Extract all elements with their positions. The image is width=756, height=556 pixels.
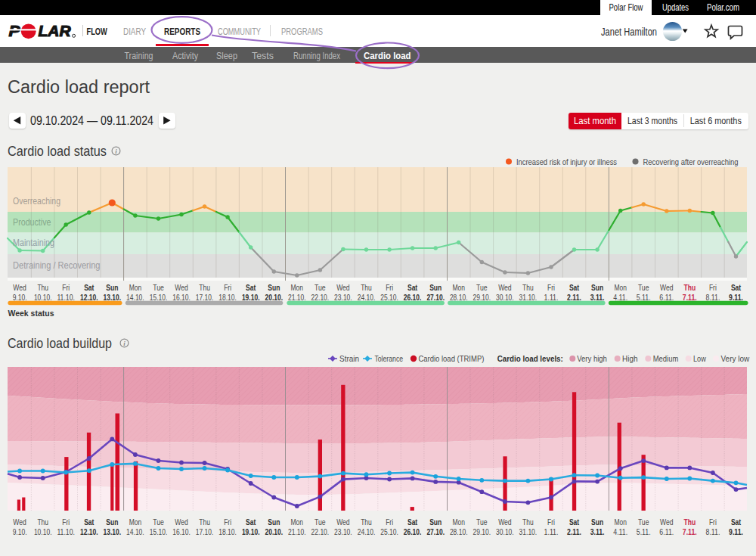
svg-text:17.10.: 17.10. — [196, 294, 214, 302]
svg-text:Tue: Tue — [153, 284, 164, 292]
svg-text:Mon: Mon — [129, 284, 142, 292]
svg-text:15.10.: 15.10. — [150, 528, 168, 536]
svg-text:Detraining / Recovering: Detraining / Recovering — [13, 259, 101, 271]
svg-text:Thu: Thu — [199, 518, 210, 526]
svg-text:Fri: Fri — [224, 518, 231, 526]
svg-text:12.10.: 12.10. — [80, 294, 98, 302]
svg-text:Low: Low — [693, 354, 706, 363]
svg-text:2.11.: 2.11. — [567, 528, 581, 536]
svg-text:Wed: Wed — [498, 284, 512, 292]
svg-text:25.10.: 25.10. — [380, 294, 398, 302]
svg-text:Fri: Fri — [709, 284, 717, 292]
svg-text:21.10.: 21.10. — [288, 294, 306, 302]
svg-text:10.10.: 10.10. — [34, 294, 52, 302]
svg-text:26.10.: 26.10. — [404, 528, 422, 536]
svg-text:14.10.: 14.10. — [126, 528, 144, 536]
svg-text:Fri: Fri — [386, 518, 393, 526]
svg-text:Wed: Wed — [660, 518, 674, 526]
svg-text:Thu: Thu — [361, 284, 372, 292]
svg-text:Sun: Sun — [268, 518, 280, 526]
svg-text:Sat: Sat — [246, 518, 256, 526]
svg-text:7.11.: 7.11. — [683, 294, 697, 302]
svg-text:11.10.: 11.10. — [57, 528, 75, 536]
svg-text:1.11.: 1.11. — [544, 528, 559, 536]
svg-text:Tue: Tue — [476, 518, 488, 526]
svg-text:17.10.: 17.10. — [196, 528, 214, 536]
svg-text:28.10.: 28.10. — [450, 294, 468, 302]
svg-text:Cardio load status: Cardio load status — [8, 143, 107, 159]
svg-text:19.10.: 19.10. — [242, 294, 260, 302]
svg-text:30.10.: 30.10. — [496, 528, 514, 536]
svg-text:Very low: Very low — [721, 354, 750, 363]
svg-text:Mon: Mon — [614, 284, 627, 292]
svg-text:Sun: Sun — [591, 284, 603, 292]
svg-text:Strain: Strain — [339, 354, 359, 363]
svg-text:Mon: Mon — [129, 518, 142, 526]
svg-text:Cardio load levels:: Cardio load levels: — [497, 354, 563, 363]
svg-text:15.10.: 15.10. — [150, 294, 168, 302]
svg-text:Cardio load report: Cardio load report — [8, 77, 150, 97]
svg-text:19.10.: 19.10. — [242, 528, 260, 536]
svg-text:Mon: Mon — [452, 284, 465, 292]
svg-text:Thu: Thu — [684, 284, 696, 292]
svg-text:Fri: Fri — [224, 284, 231, 292]
svg-text:3.11.: 3.11. — [590, 528, 605, 536]
svg-text:Sat: Sat — [407, 284, 418, 292]
svg-text:5.11.: 5.11. — [637, 528, 651, 536]
svg-text:18.10.: 18.10. — [218, 528, 237, 536]
svg-text:Sat: Sat — [246, 284, 256, 292]
svg-text:Sat: Sat — [84, 284, 94, 292]
svg-text:14.10.: 14.10. — [126, 294, 144, 302]
svg-text:27.10.: 27.10. — [426, 294, 445, 302]
svg-text:Tue: Tue — [638, 518, 649, 526]
svg-text:Sat: Sat — [569, 518, 580, 526]
svg-text:5.11.: 5.11. — [637, 294, 651, 302]
svg-text:Week status: Week status — [8, 309, 54, 318]
svg-text:1.11.: 1.11. — [544, 294, 559, 302]
svg-text:Wed: Wed — [13, 284, 26, 292]
svg-text:27.10.: 27.10. — [426, 528, 445, 536]
svg-text:Fri: Fri — [62, 518, 70, 526]
svg-text:2.11.: 2.11. — [567, 294, 581, 302]
svg-text:4.11.: 4.11. — [613, 528, 627, 536]
svg-text:Fri: Fri — [547, 284, 555, 292]
svg-text:9.10.: 9.10. — [13, 528, 27, 536]
svg-text:16.10.: 16.10. — [172, 528, 191, 536]
svg-text:Mon: Mon — [291, 284, 304, 292]
svg-text:Cardio load (TRIMP): Cardio load (TRIMP) — [418, 354, 484, 363]
svg-text:Very high: Very high — [577, 354, 607, 363]
svg-text:31.10.: 31.10. — [519, 294, 538, 302]
svg-text:Maintaining: Maintaining — [13, 237, 54, 248]
svg-text:29.10.: 29.10. — [473, 294, 491, 302]
svg-text:i: i — [123, 340, 125, 347]
svg-text:09.10.2024 — 09.11.2024: 09.10.2024 — 09.11.2024 — [30, 113, 153, 128]
svg-text:Increased risk of injury or il: Increased risk of injury or illness — [516, 157, 617, 166]
svg-text:Wed: Wed — [336, 284, 350, 292]
svg-text:Cardio load buildup: Cardio load buildup — [8, 335, 112, 351]
svg-text:Fri: Fri — [386, 284, 393, 292]
svg-text:Sun: Sun — [268, 284, 280, 292]
svg-text:Thu: Thu — [361, 518, 372, 526]
svg-text:16.10.: 16.10. — [172, 294, 191, 302]
svg-text:Mon: Mon — [291, 518, 304, 526]
svg-text:Thu: Thu — [684, 518, 696, 526]
svg-text:28.10.: 28.10. — [450, 528, 468, 536]
svg-text:Sun: Sun — [429, 518, 442, 526]
svg-text:Medium: Medium — [653, 354, 679, 363]
svg-text:26.10.: 26.10. — [404, 294, 422, 302]
svg-text:9.11.: 9.11. — [729, 294, 743, 302]
svg-text:9.11.: 9.11. — [729, 528, 743, 536]
svg-text:Wed: Wed — [175, 284, 188, 292]
svg-text:Thu: Thu — [522, 518, 534, 526]
svg-text:22.10.: 22.10. — [311, 528, 330, 536]
svg-text:6.11.: 6.11. — [659, 528, 674, 536]
svg-text:Sun: Sun — [591, 518, 603, 526]
svg-text:18.10.: 18.10. — [218, 294, 237, 302]
svg-text:i: i — [115, 148, 117, 155]
svg-text:6.11.: 6.11. — [659, 294, 674, 302]
svg-text:Mon: Mon — [614, 518, 627, 526]
svg-text:Sat: Sat — [407, 518, 418, 526]
svg-text:Thu: Thu — [37, 518, 48, 526]
svg-text:22.10.: 22.10. — [311, 294, 330, 302]
svg-text:Wed: Wed — [660, 284, 674, 292]
